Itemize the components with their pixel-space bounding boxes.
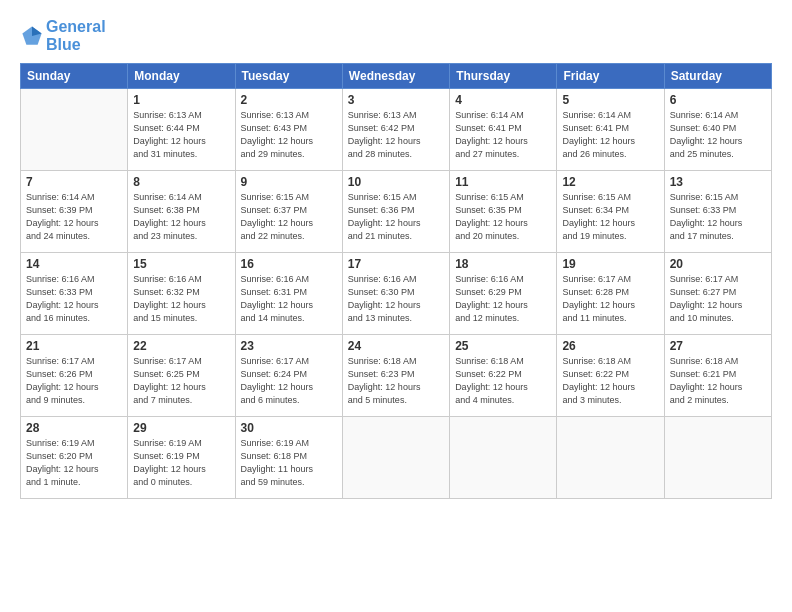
weekday-header-tuesday: Tuesday: [235, 64, 342, 89]
day-info: Sunrise: 6:14 AM Sunset: 6:38 PM Dayligh…: [133, 191, 229, 243]
calendar-cell: 21Sunrise: 6:17 AM Sunset: 6:26 PM Dayli…: [21, 335, 128, 417]
calendar-cell: 28Sunrise: 6:19 AM Sunset: 6:20 PM Dayli…: [21, 417, 128, 499]
logo-text: General Blue: [46, 18, 106, 53]
day-number: 3: [348, 93, 444, 107]
day-info: Sunrise: 6:17 AM Sunset: 6:25 PM Dayligh…: [133, 355, 229, 407]
week-row-4: 21Sunrise: 6:17 AM Sunset: 6:26 PM Dayli…: [21, 335, 772, 417]
calendar-cell: 15Sunrise: 6:16 AM Sunset: 6:32 PM Dayli…: [128, 253, 235, 335]
calendar-cell: 4Sunrise: 6:14 AM Sunset: 6:41 PM Daylig…: [450, 89, 557, 171]
calendar-cell: [342, 417, 449, 499]
day-info: Sunrise: 6:15 AM Sunset: 6:33 PM Dayligh…: [670, 191, 766, 243]
day-info: Sunrise: 6:17 AM Sunset: 6:24 PM Dayligh…: [241, 355, 337, 407]
weekday-header-sunday: Sunday: [21, 64, 128, 89]
calendar-cell: 16Sunrise: 6:16 AM Sunset: 6:31 PM Dayli…: [235, 253, 342, 335]
day-info: Sunrise: 6:16 AM Sunset: 6:33 PM Dayligh…: [26, 273, 122, 325]
day-number: 13: [670, 175, 766, 189]
calendar-cell: 2Sunrise: 6:13 AM Sunset: 6:43 PM Daylig…: [235, 89, 342, 171]
day-info: Sunrise: 6:15 AM Sunset: 6:35 PM Dayligh…: [455, 191, 551, 243]
day-number: 6: [670, 93, 766, 107]
day-number: 2: [241, 93, 337, 107]
day-number: 7: [26, 175, 122, 189]
calendar-cell: [450, 417, 557, 499]
day-info: Sunrise: 6:13 AM Sunset: 6:43 PM Dayligh…: [241, 109, 337, 161]
day-info: Sunrise: 6:17 AM Sunset: 6:28 PM Dayligh…: [562, 273, 658, 325]
day-number: 23: [241, 339, 337, 353]
week-row-2: 7Sunrise: 6:14 AM Sunset: 6:39 PM Daylig…: [21, 171, 772, 253]
weekday-header-wednesday: Wednesday: [342, 64, 449, 89]
day-number: 19: [562, 257, 658, 271]
calendar-cell: 5Sunrise: 6:14 AM Sunset: 6:41 PM Daylig…: [557, 89, 664, 171]
day-number: 9: [241, 175, 337, 189]
logo-icon: [20, 24, 44, 48]
calendar-cell: 24Sunrise: 6:18 AM Sunset: 6:23 PM Dayli…: [342, 335, 449, 417]
day-number: 20: [670, 257, 766, 271]
day-info: Sunrise: 6:18 AM Sunset: 6:22 PM Dayligh…: [455, 355, 551, 407]
weekday-header-row: SundayMondayTuesdayWednesdayThursdayFrid…: [21, 64, 772, 89]
day-info: Sunrise: 6:14 AM Sunset: 6:41 PM Dayligh…: [455, 109, 551, 161]
page: General Blue SundayMondayTuesdayWednesda…: [0, 0, 792, 612]
logo: General Blue: [20, 18, 106, 53]
day-info: Sunrise: 6:19 AM Sunset: 6:18 PM Dayligh…: [241, 437, 337, 489]
day-info: Sunrise: 6:17 AM Sunset: 6:27 PM Dayligh…: [670, 273, 766, 325]
week-row-3: 14Sunrise: 6:16 AM Sunset: 6:33 PM Dayli…: [21, 253, 772, 335]
day-number: 26: [562, 339, 658, 353]
day-info: Sunrise: 6:17 AM Sunset: 6:26 PM Dayligh…: [26, 355, 122, 407]
day-info: Sunrise: 6:19 AM Sunset: 6:20 PM Dayligh…: [26, 437, 122, 489]
day-number: 11: [455, 175, 551, 189]
calendar-cell: 30Sunrise: 6:19 AM Sunset: 6:18 PM Dayli…: [235, 417, 342, 499]
calendar-cell: 17Sunrise: 6:16 AM Sunset: 6:30 PM Dayli…: [342, 253, 449, 335]
day-info: Sunrise: 6:18 AM Sunset: 6:23 PM Dayligh…: [348, 355, 444, 407]
weekday-header-monday: Monday: [128, 64, 235, 89]
day-info: Sunrise: 6:19 AM Sunset: 6:19 PM Dayligh…: [133, 437, 229, 489]
calendar-cell: 26Sunrise: 6:18 AM Sunset: 6:22 PM Dayli…: [557, 335, 664, 417]
day-number: 18: [455, 257, 551, 271]
day-info: Sunrise: 6:13 AM Sunset: 6:44 PM Dayligh…: [133, 109, 229, 161]
calendar-cell: 6Sunrise: 6:14 AM Sunset: 6:40 PM Daylig…: [664, 89, 771, 171]
calendar-cell: 10Sunrise: 6:15 AM Sunset: 6:36 PM Dayli…: [342, 171, 449, 253]
calendar-cell: 9Sunrise: 6:15 AM Sunset: 6:37 PM Daylig…: [235, 171, 342, 253]
calendar-cell: [21, 89, 128, 171]
calendar-cell: 8Sunrise: 6:14 AM Sunset: 6:38 PM Daylig…: [128, 171, 235, 253]
week-row-1: 1Sunrise: 6:13 AM Sunset: 6:44 PM Daylig…: [21, 89, 772, 171]
day-info: Sunrise: 6:15 AM Sunset: 6:34 PM Dayligh…: [562, 191, 658, 243]
day-number: 12: [562, 175, 658, 189]
calendar-cell: 12Sunrise: 6:15 AM Sunset: 6:34 PM Dayli…: [557, 171, 664, 253]
day-info: Sunrise: 6:15 AM Sunset: 6:37 PM Dayligh…: [241, 191, 337, 243]
header: General Blue: [20, 18, 772, 53]
calendar-cell: [664, 417, 771, 499]
day-info: Sunrise: 6:15 AM Sunset: 6:36 PM Dayligh…: [348, 191, 444, 243]
weekday-header-saturday: Saturday: [664, 64, 771, 89]
calendar-cell: 7Sunrise: 6:14 AM Sunset: 6:39 PM Daylig…: [21, 171, 128, 253]
week-row-5: 28Sunrise: 6:19 AM Sunset: 6:20 PM Dayli…: [21, 417, 772, 499]
day-info: Sunrise: 6:16 AM Sunset: 6:31 PM Dayligh…: [241, 273, 337, 325]
day-number: 21: [26, 339, 122, 353]
day-info: Sunrise: 6:14 AM Sunset: 6:40 PM Dayligh…: [670, 109, 766, 161]
calendar-cell: [557, 417, 664, 499]
day-info: Sunrise: 6:14 AM Sunset: 6:39 PM Dayligh…: [26, 191, 122, 243]
day-info: Sunrise: 6:16 AM Sunset: 6:30 PM Dayligh…: [348, 273, 444, 325]
calendar-cell: 25Sunrise: 6:18 AM Sunset: 6:22 PM Dayli…: [450, 335, 557, 417]
day-number: 16: [241, 257, 337, 271]
day-number: 25: [455, 339, 551, 353]
calendar-cell: 14Sunrise: 6:16 AM Sunset: 6:33 PM Dayli…: [21, 253, 128, 335]
calendar-cell: 29Sunrise: 6:19 AM Sunset: 6:19 PM Dayli…: [128, 417, 235, 499]
calendar-cell: 23Sunrise: 6:17 AM Sunset: 6:24 PM Dayli…: [235, 335, 342, 417]
day-number: 27: [670, 339, 766, 353]
calendar-cell: 13Sunrise: 6:15 AM Sunset: 6:33 PM Dayli…: [664, 171, 771, 253]
calendar-cell: 19Sunrise: 6:17 AM Sunset: 6:28 PM Dayli…: [557, 253, 664, 335]
day-number: 30: [241, 421, 337, 435]
day-info: Sunrise: 6:16 AM Sunset: 6:32 PM Dayligh…: [133, 273, 229, 325]
day-number: 5: [562, 93, 658, 107]
calendar-cell: 11Sunrise: 6:15 AM Sunset: 6:35 PM Dayli…: [450, 171, 557, 253]
day-info: Sunrise: 6:18 AM Sunset: 6:21 PM Dayligh…: [670, 355, 766, 407]
calendar: SundayMondayTuesdayWednesdayThursdayFrid…: [20, 63, 772, 499]
day-number: 22: [133, 339, 229, 353]
day-number: 1: [133, 93, 229, 107]
calendar-cell: 27Sunrise: 6:18 AM Sunset: 6:21 PM Dayli…: [664, 335, 771, 417]
day-number: 15: [133, 257, 229, 271]
day-number: 8: [133, 175, 229, 189]
day-number: 29: [133, 421, 229, 435]
calendar-cell: 18Sunrise: 6:16 AM Sunset: 6:29 PM Dayli…: [450, 253, 557, 335]
day-number: 24: [348, 339, 444, 353]
calendar-cell: 1Sunrise: 6:13 AM Sunset: 6:44 PM Daylig…: [128, 89, 235, 171]
